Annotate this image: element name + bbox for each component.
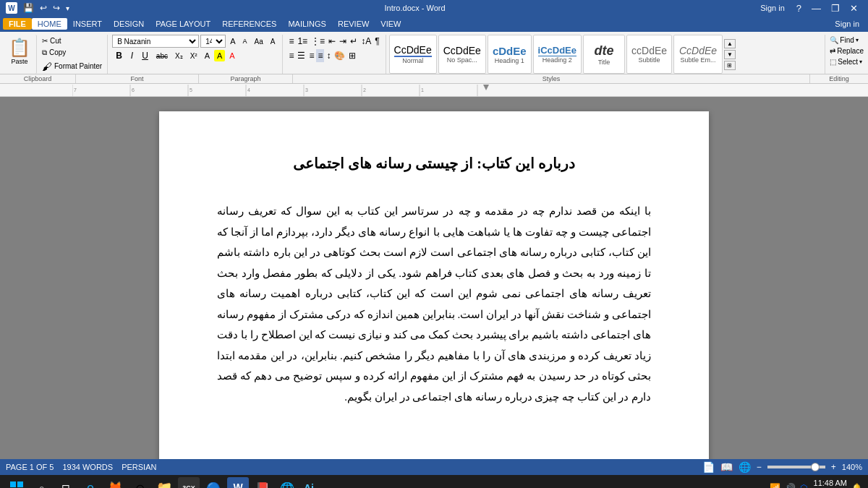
styles-scroll-down[interactable]: ▼	[724, 50, 736, 59]
style-normal[interactable]: CcDdEe Normal	[389, 35, 437, 74]
word-taskbar-button[interactable]: W	[227, 477, 249, 488]
line-spacing-button[interactable]: ↕	[325, 49, 332, 62]
align-right-button[interactable]: ≡	[307, 49, 315, 62]
3cx-button[interactable]: 3CX	[178, 477, 200, 488]
subscript-button[interactable]: X₂	[172, 51, 186, 61]
redo-quick-btn[interactable]: ↪	[53, 3, 60, 13]
menu-view[interactable]: VIEW	[375, 18, 407, 30]
font-color-button[interactable]: A	[202, 50, 213, 61]
clipboard-label: Clipboard	[0, 74, 76, 83]
editing-group: 🔍 Find ▾ ⇄ Replace ⬚ Select ▾	[825, 35, 868, 74]
menu-file[interactable]: FILE	[3, 18, 32, 30]
read-mode-btn[interactable]: 📖	[720, 461, 733, 473]
style-title[interactable]: dte Title	[583, 35, 625, 74]
change-case-button[interactable]: Aa	[252, 36, 266, 47]
align-left-button[interactable]: ≡	[287, 49, 295, 62]
find-button[interactable]: Find	[840, 36, 854, 44]
print-layout-btn[interactable]: 📄	[702, 461, 715, 473]
pdf-button[interactable]: 📕	[252, 477, 273, 488]
show-marks-button[interactable]: ¶	[373, 35, 380, 48]
justify-button[interactable]: ≡	[316, 49, 324, 62]
clear-format-button[interactable]: A	[268, 36, 278, 47]
menu-insert[interactable]: INSERT	[67, 18, 108, 30]
svg-text:4: 4	[247, 87, 250, 93]
document-body[interactable]: با اینکه من قصد ندارم چه در مقدمه و چه د…	[217, 201, 651, 407]
zoom-in-btn[interactable]: +	[831, 462, 836, 472]
menu-design[interactable]: DESIGN	[108, 18, 150, 30]
sort-button[interactable]: ↕A	[359, 35, 373, 48]
replace-button[interactable]: Replace	[837, 47, 864, 55]
paste-button[interactable]: 📋 Paste	[3, 35, 37, 74]
find-dropdown[interactable]: ▾	[856, 37, 859, 43]
rtl-button[interactable]: ↵	[349, 35, 359, 48]
styles-expand[interactable]: ⊞	[724, 61, 736, 70]
menu-references[interactable]: REFERENCES	[216, 18, 282, 30]
firefox-button[interactable]: 🦊	[104, 477, 126, 488]
title-bar: W 💾 ↩ ↪ ▾ Intro.docx - Word Sign in ? — …	[0, 0, 868, 16]
ai-label[interactable]: Ai	[301, 482, 317, 488]
numbering-button[interactable]: 1≡	[296, 35, 309, 48]
align-center-button[interactable]: ☰	[296, 49, 307, 62]
style-heading2[interactable]: iCcDdEe Heading 2	[533, 35, 582, 74]
superscript-button[interactable]: X²	[187, 51, 200, 61]
decrease-indent-button[interactable]: ⇤	[327, 35, 337, 48]
start-button[interactable]	[6, 477, 27, 488]
notification-icon[interactable]: 🔔	[851, 483, 862, 488]
multilevel-button[interactable]: ⋮≡	[310, 35, 326, 48]
clock[interactable]: 11:48 AM 8/12/2018	[812, 479, 847, 488]
dropbox-icon[interactable]: ⬡	[800, 483, 807, 488]
font-grow-button[interactable]: A	[227, 35, 238, 47]
select-button[interactable]: Select	[838, 58, 858, 66]
styles-scroll-up[interactable]: ▲	[724, 39, 736, 48]
style-title-label: Title	[598, 59, 610, 66]
style-heading1[interactable]: cDdEe Heading 1	[488, 35, 532, 74]
bold-button[interactable]: B	[112, 49, 126, 62]
chrome-button[interactable]: ⊙	[129, 477, 150, 488]
menu-mailings[interactable]: MAILINGS	[282, 18, 332, 30]
zoom-out-btn[interactable]: −	[757, 462, 762, 472]
italic-button[interactable]: I	[127, 49, 137, 62]
strikethrough-button[interactable]: abc	[153, 51, 171, 61]
font-size-select[interactable]: 14	[200, 35, 226, 48]
speaker-icon[interactable]: 🔊	[785, 483, 796, 488]
internet-explorer-button[interactable]: e	[80, 477, 101, 488]
font-name-select[interactable]: B Nazanin	[112, 35, 199, 48]
sign-in-label[interactable]: Sign in	[829, 18, 865, 30]
sign-in-btn[interactable]: Sign in	[760, 4, 785, 12]
highlight-button[interactable]: A	[214, 50, 225, 61]
restore-btn[interactable]: ❐	[827, 3, 844, 14]
shading-button[interactable]: 🎨	[333, 49, 346, 62]
underline-button[interactable]: U	[138, 49, 152, 62]
select-dropdown[interactable]: ▾	[859, 59, 862, 65]
web-layout-btn[interactable]: 🌐	[739, 461, 751, 473]
borders-button[interactable]: ⊞	[347, 49, 357, 62]
menu-home[interactable]: HOME	[32, 18, 67, 30]
menu-review[interactable]: REVIEW	[332, 18, 375, 30]
task-view-button[interactable]: ⊟	[55, 477, 77, 488]
network-icon[interactable]: 📶	[770, 483, 780, 488]
undo-quick-btn[interactable]: ↩	[40, 3, 47, 13]
minimize-btn[interactable]: —	[807, 3, 825, 14]
font-shrink-button[interactable]: A	[239, 36, 250, 46]
svg-marker-15	[483, 85, 489, 90]
help-btn[interactable]: ?	[792, 3, 806, 14]
menu-page-layout[interactable]: PAGE LAYOUT	[150, 18, 216, 30]
increase-indent-button[interactable]: ⇥	[338, 35, 348, 48]
file-explorer-button[interactable]: 📁	[153, 477, 175, 488]
browser-button[interactable]: 🌐	[276, 477, 298, 488]
format-painter-button[interactable]: 🖌 Format Painter	[40, 60, 104, 73]
app-button-1[interactable]: 🔵	[203, 477, 224, 488]
search-button[interactable]: ⚬	[30, 477, 52, 488]
bullets-button[interactable]: ≡	[287, 35, 295, 48]
zoom-slider[interactable]	[767, 466, 825, 468]
style-subtitle[interactable]: ccDdEe Subtitle	[626, 35, 672, 74]
style-nospacing[interactable]: CcDdEe No Spac...	[438, 35, 486, 74]
save-quick-btn[interactable]: 💾	[23, 3, 34, 13]
cut-button[interactable]: ✂ Cut	[40, 36, 104, 46]
style-normal-label: Normal	[402, 57, 423, 64]
close-btn[interactable]: ✕	[846, 3, 862, 14]
shade-button[interactable]: A	[226, 50, 237, 61]
style-subtle-em[interactable]: CcDdEe Subtle Em...	[673, 35, 723, 74]
copy-button[interactable]: ⧉ Copy	[40, 48, 104, 58]
style-nospacing-label: No Spac...	[447, 56, 477, 64]
